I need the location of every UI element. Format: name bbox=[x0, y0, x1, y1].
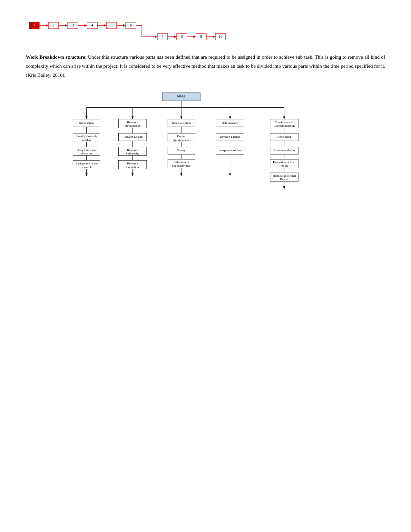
svg-marker-19 bbox=[123, 24, 126, 27]
svg-text:6: 6 bbox=[130, 23, 132, 27]
org-chart-svg: MSBP Introduction bbox=[51, 90, 360, 225]
gantt-svg: 1 2 3 4 5 bbox=[26, 19, 251, 45]
svg-text:Design: Design bbox=[177, 134, 186, 138]
svg-text:Methodology: Methodology bbox=[124, 124, 141, 127]
page: 1 2 3 4 5 bbox=[0, 0, 411, 532]
svg-text:5: 5 bbox=[111, 23, 113, 27]
wbs-diagram: MSBP Introduction bbox=[26, 90, 385, 225]
bold-heading: Work Breakdown structure bbox=[26, 54, 85, 60]
svg-text:Conclusion and: Conclusion and bbox=[275, 121, 293, 124]
svg-marker-11 bbox=[84, 24, 87, 27]
svg-text:Limitation: Limitation bbox=[126, 165, 139, 168]
svg-text:2: 2 bbox=[53, 23, 54, 27]
svg-text:Background of the: Background of the bbox=[75, 162, 98, 165]
wbs-paragraph: Work Breakdown structure: Under this str… bbox=[26, 53, 385, 80]
svg-text:objectives: objectives bbox=[80, 152, 93, 155]
svg-marker-7 bbox=[65, 24, 68, 27]
svg-text:1: 1 bbox=[33, 23, 35, 27]
svg-text:3: 3 bbox=[72, 23, 74, 27]
svg-text:Research Design: Research Design bbox=[122, 135, 143, 138]
svg-text:MSBP: MSBP bbox=[177, 95, 185, 98]
svg-marker-129 bbox=[283, 186, 285, 189]
svg-marker-69 bbox=[85, 173, 88, 176]
svg-marker-51 bbox=[229, 116, 231, 119]
svg-text:Identify a suitable: Identify a suitable bbox=[76, 134, 97, 138]
svg-text:Recommnedetion: Recommnedetion bbox=[274, 124, 295, 127]
svg-marker-37 bbox=[213, 35, 215, 38]
svg-text:Design aims and: Design aims and bbox=[76, 148, 96, 151]
svg-text:Survey: Survey bbox=[177, 149, 186, 152]
svg-marker-85 bbox=[131, 173, 133, 176]
svg-marker-45 bbox=[85, 116, 88, 119]
svg-text:report: report bbox=[280, 164, 288, 167]
svg-marker-15 bbox=[104, 24, 106, 27]
svg-marker-3 bbox=[46, 24, 48, 27]
svg-marker-33 bbox=[193, 35, 196, 38]
svg-marker-47 bbox=[131, 116, 133, 119]
svg-marker-110 bbox=[229, 173, 231, 176]
svg-text:problem: problem bbox=[82, 138, 92, 141]
svg-text:Evaluation of final: Evaluation of final bbox=[273, 161, 295, 164]
svg-marker-49 bbox=[180, 116, 182, 119]
svg-text:Data Collection: Data Collection bbox=[172, 121, 191, 124]
svg-text:Introduction: Introduction bbox=[79, 121, 94, 124]
svg-text:Submission of final: Submission of final bbox=[272, 174, 296, 177]
svg-text:9: 9 bbox=[200, 34, 202, 39]
svg-text:Interpretion of data: Interpretion of data bbox=[218, 149, 241, 152]
svg-text:Questionnaire: Questionnaire bbox=[173, 138, 190, 141]
svg-text:Conclusion: Conclusion bbox=[277, 135, 291, 138]
svg-text:Research: Research bbox=[127, 162, 138, 165]
svg-text:Collection of: Collection of bbox=[173, 161, 189, 164]
svg-text:research: research bbox=[82, 165, 92, 168]
svg-text:Recommendetion: Recommendetion bbox=[274, 149, 295, 152]
svg-marker-53 bbox=[283, 116, 285, 119]
svg-text:8: 8 bbox=[181, 34, 183, 39]
gantt-diagram: 1 2 3 4 5 bbox=[26, 19, 385, 46]
svg-text:4: 4 bbox=[91, 23, 93, 27]
svg-text:7: 7 bbox=[161, 34, 163, 39]
svg-text:Research: Research bbox=[127, 121, 138, 124]
top-rule bbox=[26, 13, 385, 13]
svg-marker-29 bbox=[174, 35, 177, 38]
svg-marker-25 bbox=[155, 35, 157, 38]
svg-text:10: 10 bbox=[219, 34, 222, 39]
svg-text:Secondary data: Secondary data bbox=[172, 164, 191, 167]
svg-text:Develop Themes: Develop Themes bbox=[220, 135, 240, 138]
svg-text:Philosophy: Philosophy bbox=[126, 152, 139, 155]
svg-text:Data Analysis: Data Analysis bbox=[221, 121, 238, 124]
svg-text:Research: Research bbox=[127, 148, 138, 151]
svg-text:Report: Report bbox=[280, 178, 289, 181]
svg-marker-100 bbox=[180, 173, 182, 176]
